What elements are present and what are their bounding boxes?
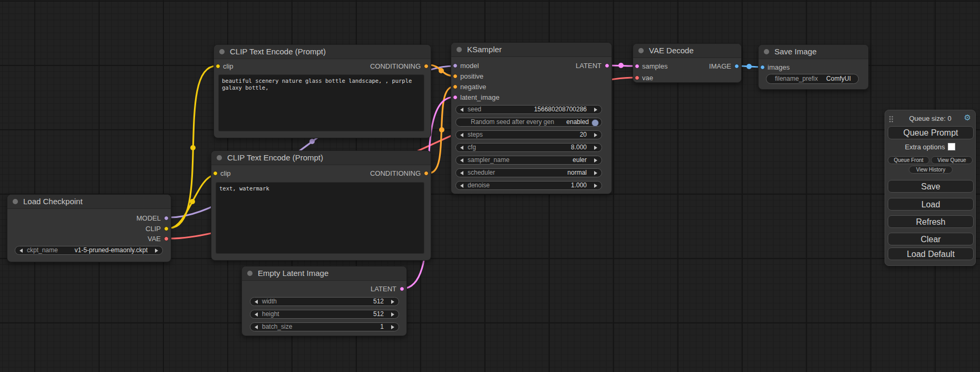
- increment-arrow-icon[interactable]: [594, 171, 597, 175]
- output-port-latent[interactable]: [400, 287, 404, 291]
- decrement-arrow-icon[interactable]: [255, 300, 258, 304]
- widget-value: v1-5-pruned-emaonly.ckpt: [74, 246, 148, 254]
- increment-arrow-icon[interactable]: [391, 300, 394, 304]
- load-button[interactable]: Load: [888, 198, 974, 211]
- scheduler-widget[interactable]: scheduler normal: [455, 168, 602, 177]
- decrement-arrow-icon[interactable]: [255, 325, 258, 329]
- cfg-widget[interactable]: cfg 8.000: [455, 143, 602, 152]
- input-port-samples[interactable]: [635, 64, 639, 69]
- load-default-button[interactable]: Load Default: [888, 247, 974, 260]
- ckpt-name-widget[interactable]: ckpt_name v1-5-pruned-emaonly.ckpt: [15, 246, 163, 255]
- node-title-bar[interactable]: Load Checkpoint: [7, 195, 171, 209]
- input-label: samples: [642, 62, 667, 71]
- input-port-model[interactable]: [453, 63, 458, 68]
- node-save-image[interactable]: Save Image images filename_prefix ComfyU…: [758, 44, 869, 90]
- collapse-dot-icon[interactable]: [638, 48, 644, 53]
- output-label: LATENT: [576, 61, 601, 71]
- refresh-button[interactable]: Refresh: [888, 215, 974, 228]
- widget-label: filename_prefix: [775, 74, 818, 83]
- height-widget[interactable]: height 512: [250, 310, 399, 319]
- input-label: positive: [460, 72, 483, 81]
- prompt-textarea[interactable]: beautiful scenery nature glass bottle la…: [218, 74, 424, 131]
- collapse-dot-icon[interactable]: [219, 49, 225, 54]
- node-title-bar[interactable]: VAE Decode: [633, 44, 741, 58]
- increment-arrow-icon[interactable]: [594, 133, 597, 137]
- output-port-conditioning[interactable]: [424, 171, 429, 176]
- node-vae-decode[interactable]: VAE Decode samples IMAGE vae: [633, 43, 742, 83]
- node-title: CLIP Text Encode (Prompt): [227, 153, 323, 162]
- random-seed-toggle-widget[interactable]: Random seed after every gen enabled: [455, 118, 602, 127]
- queue-front-button[interactable]: Queue Front: [888, 156, 929, 164]
- input-port-clip[interactable]: [216, 64, 220, 69]
- input-port-images[interactable]: [760, 65, 765, 70]
- widget-label: denoise: [468, 182, 490, 189]
- node-clip-text-encode-positive[interactable]: CLIP Text Encode (Prompt) clip CONDITION…: [214, 44, 431, 138]
- collapse-dot-icon[interactable]: [247, 271, 253, 276]
- node-title: Empty Latent Image: [258, 269, 328, 278]
- increment-arrow-icon[interactable]: [391, 312, 394, 317]
- node-title: CLIP Text Encode (Prompt): [230, 47, 326, 56]
- decrement-arrow-icon[interactable]: [460, 146, 463, 150]
- output-port-image[interactable]: [734, 64, 739, 69]
- input-port-latent-image[interactable]: [453, 95, 458, 100]
- output-port-latent[interactable]: [605, 63, 609, 68]
- filename-prefix-widget[interactable]: filename_prefix ComfyUI: [766, 74, 859, 84]
- node-clip-text-encode-negative[interactable]: CLIP Text Encode (Prompt) clip CONDITION…: [211, 150, 431, 261]
- decrement-arrow-icon[interactable]: [460, 171, 463, 175]
- decrement-arrow-icon[interactable]: [460, 158, 463, 163]
- decrement-arrow-icon[interactable]: [460, 184, 463, 188]
- increment-arrow-icon[interactable]: [594, 146, 597, 150]
- increment-arrow-icon[interactable]: [594, 108, 597, 112]
- output-port-clip[interactable]: [164, 226, 169, 231]
- input-label: model: [460, 61, 479, 71]
- output-label: VAE: [148, 234, 161, 244]
- widget-value: 20: [580, 131, 587, 139]
- decrement-arrow-icon[interactable]: [460, 133, 463, 137]
- gear-icon[interactable]: ⚙: [964, 113, 971, 121]
- save-button[interactable]: Save: [888, 180, 974, 193]
- input-port-positive[interactable]: [453, 74, 458, 79]
- node-title: Load Checkpoint: [23, 197, 83, 206]
- input-port-negative[interactable]: [453, 84, 458, 89]
- collapse-dot-icon[interactable]: [457, 47, 462, 52]
- output-port-conditioning[interactable]: [424, 64, 429, 69]
- collapse-dot-icon[interactable]: [764, 49, 769, 54]
- increment-arrow-icon[interactable]: [594, 158, 597, 163]
- node-title-bar[interactable]: Empty Latent Image: [242, 266, 406, 281]
- node-title-bar[interactable]: KSampler: [451, 43, 612, 57]
- queue-prompt-button[interactable]: Queue Prompt: [888, 126, 974, 139]
- input-port-vae[interactable]: [635, 75, 639, 80]
- prompt-textarea[interactable]: text, watermark: [216, 182, 424, 254]
- view-history-button[interactable]: View History: [909, 166, 953, 174]
- denoise-widget[interactable]: denoise 1.000: [455, 181, 602, 190]
- batch-size-widget[interactable]: batch_size 1: [250, 322, 399, 331]
- collapse-dot-icon[interactable]: [13, 199, 18, 204]
- widget-label: scheduler: [468, 169, 495, 177]
- decrement-arrow-icon[interactable]: [20, 249, 23, 253]
- collapse-dot-icon[interactable]: [217, 155, 222, 160]
- extra-options-checkbox[interactable]: [948, 143, 955, 150]
- steps-widget[interactable]: steps 20: [455, 130, 602, 139]
- node-title-bar[interactable]: CLIP Text Encode (Prompt): [214, 45, 431, 59]
- output-port-vae[interactable]: [164, 236, 169, 241]
- clear-button[interactable]: Clear: [888, 233, 974, 245]
- toggle-knob-icon[interactable]: [591, 119, 599, 127]
- output-port-model[interactable]: [164, 216, 169, 221]
- decrement-arrow-icon[interactable]: [460, 108, 463, 112]
- increment-arrow-icon[interactable]: [594, 184, 597, 188]
- node-title-bar[interactable]: CLIP Text Encode (Prompt): [211, 151, 431, 165]
- decrement-arrow-icon[interactable]: [255, 312, 258, 317]
- view-queue-button[interactable]: View Queue: [931, 156, 973, 164]
- increment-arrow-icon[interactable]: [155, 249, 158, 253]
- node-title-bar[interactable]: Save Image: [759, 45, 868, 59]
- sampler-name-widget[interactable]: sampler_name euler: [455, 156, 602, 165]
- increment-arrow-icon[interactable]: [391, 325, 394, 329]
- width-widget[interactable]: width 512: [250, 297, 399, 306]
- node-empty-latent-image[interactable]: Empty Latent Image LATENT width 512 heig…: [241, 266, 407, 336]
- graph-canvas[interactable]: Load Checkpoint MODEL CLIP VAE ckpt_name…: [0, 0, 980, 372]
- input-port-clip[interactable]: [213, 171, 218, 176]
- node-load-checkpoint[interactable]: Load Checkpoint MODEL CLIP VAE ckpt_name…: [7, 194, 171, 262]
- seed-widget[interactable]: seed 156680208700286: [455, 105, 602, 114]
- extra-options-label: Extra options: [905, 143, 945, 151]
- node-ksampler[interactable]: KSampler model LATENT positive negative …: [451, 42, 612, 194]
